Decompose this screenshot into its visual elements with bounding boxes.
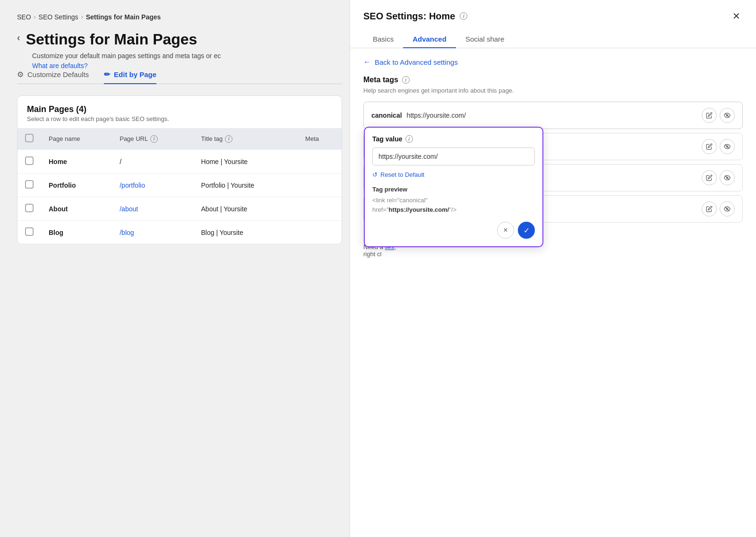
popup-info-icon: i	[405, 135, 413, 143]
og-si-visibility-button[interactable]	[720, 139, 735, 154]
row-checkbox-portfolio[interactable]	[25, 180, 34, 189]
popup-confirm-button[interactable]: ✓	[518, 222, 535, 239]
og-u-visibility-button[interactable]	[720, 201, 735, 217]
panel-title-text: SEO Settings: Home	[363, 11, 455, 22]
back-arrow-icon: ←	[363, 58, 371, 66]
row-checkbox-about[interactable]	[25, 204, 34, 212]
col-page-url: Page URL i	[112, 128, 193, 150]
table-header-section: Main Pages (4) Select a row to edit each…	[17, 96, 342, 128]
table-row[interactable]: Home / Home | Yoursite	[17, 150, 342, 173]
tag-value-popup: Tag value i ↺ Reset to Default Tag previ…	[364, 127, 543, 247]
tag-preview-code: <link rel="canonical" href="https://your…	[372, 196, 535, 214]
table-row[interactable]: Portfolio /portfolio Portfolio | Yoursit…	[17, 173, 342, 197]
popup-title: Tag value i	[372, 135, 535, 143]
og-si-edit-button[interactable]	[702, 139, 717, 154]
tab-basics[interactable]: Basics	[363, 30, 403, 48]
page-name-about: About	[41, 197, 112, 221]
canonical-tag-actions	[702, 108, 735, 123]
og-ty-visibility-button[interactable]	[720, 170, 735, 185]
breadcrumb-sep-2: ›	[81, 14, 83, 20]
select-all-checkbox[interactable]	[25, 134, 34, 142]
title-tag-info-icon: i	[225, 135, 232, 143]
canonical-tag-name: canonical	[371, 112, 402, 119]
page-url-info-icon: i	[150, 135, 158, 143]
table-row[interactable]: Blog /blog Blog | Yoursite	[17, 221, 342, 244]
panel-title-info-icon: i	[460, 12, 467, 20]
back-label: Back to Advanced settings	[375, 58, 458, 66]
tab-customize-defaults[interactable]: ⚙ Customize Defaults	[17, 70, 89, 84]
title-tag-about: About | Yoursite	[194, 197, 298, 221]
breadcrumb-seo-settings[interactable]: SEO Settings	[39, 13, 78, 21]
page-url-portfolio: /portfolio	[112, 173, 193, 197]
og-u-tag-actions	[702, 201, 735, 217]
row-checkbox-blog[interactable]	[25, 227, 34, 236]
popup-cancel-button[interactable]: ×	[497, 222, 514, 239]
tag-preview-title: Tag preview	[372, 186, 535, 193]
back-arrow-button[interactable]: ‹	[17, 32, 20, 43]
title-tag-portfolio: Portfolio | Yoursite	[194, 173, 298, 197]
right-panel-title: SEO Settings: Home i	[363, 11, 467, 22]
og-ty-edit-button[interactable]	[702, 170, 717, 185]
meta-portfolio	[298, 173, 342, 197]
close-button[interactable]: ✕	[730, 9, 743, 23]
page-name-portfolio: Portfolio	[41, 173, 112, 197]
pages-table: Page name Page URL i Title tag i Meta	[17, 128, 342, 244]
pencil-icon: ✏	[104, 70, 110, 79]
what-are-defaults-link[interactable]: What are defaults?	[32, 62, 88, 69]
page-name-home: Home	[41, 150, 112, 173]
tab-customize-label: Customize Defaults	[27, 70, 89, 78]
title-tag-home: Home | Yoursite	[194, 150, 298, 173]
canonical-visibility-button[interactable]	[720, 108, 735, 123]
reset-icon: ↺	[372, 171, 378, 178]
gear-icon: ⚙	[17, 70, 24, 79]
meta-tags-info-icon: i	[402, 76, 410, 84]
right-tabs: Basics Advanced Social share	[350, 30, 756, 48]
page-description: Customize your default main pages settin…	[32, 52, 316, 60]
tab-edit-by-page[interactable]: ✏ Edit by Page	[104, 70, 156, 84]
col-meta: Meta	[298, 128, 342, 150]
row-checkbox-home[interactable]	[25, 156, 34, 165]
og-u-edit-button[interactable]	[702, 201, 717, 217]
breadcrumb-seo[interactable]: SEO	[17, 13, 31, 21]
table-header-row: Page name Page URL i Title tag i Meta	[17, 128, 342, 150]
reset-label: Reset to Default	[380, 171, 424, 178]
canonical-edit-button[interactable]	[702, 108, 717, 123]
right-panel-header: SEO Settings: Home i ✕	[350, 0, 756, 23]
tab-social-share[interactable]: Social share	[456, 30, 514, 48]
col-checkbox	[17, 128, 41, 150]
breadcrumb: SEO › SEO Settings › Settings for Main P…	[17, 13, 342, 21]
pages-table-container: Main Pages (4) Select a row to edit each…	[17, 95, 342, 244]
page-url-about: /about	[112, 197, 193, 221]
meta-tags-description: Help search engines get important info a…	[363, 87, 743, 94]
col-title-tag: Title tag i	[194, 128, 298, 150]
meta-home	[298, 150, 342, 173]
table-title: Main Pages (4)	[27, 104, 332, 114]
preview-line1: <link rel="canonical"	[372, 197, 428, 204]
meta-tags-section-title: Meta tags i	[363, 76, 743, 84]
tab-edit-label: Edit by Page	[114, 70, 156, 78]
title-tag-blog: Blog | Yoursite	[194, 221, 298, 244]
popup-title-text: Tag value	[372, 135, 403, 143]
page-name-blog: Blog	[41, 221, 112, 244]
og-si-tag-actions	[702, 139, 735, 154]
bottom-help-end: right cl	[363, 251, 381, 258]
right-panel: SEO Settings: Home i ✕ Basics Advanced S…	[350, 0, 756, 537]
reset-to-default-button[interactable]: ↺ Reset to Default	[372, 171, 535, 178]
meta-about	[298, 197, 342, 221]
tab-advanced[interactable]: Advanced	[403, 30, 456, 48]
table-subtitle: Select a row to edit each page's basic S…	[27, 115, 332, 122]
left-panel: SEO › SEO Settings › Settings for Main P…	[0, 0, 359, 537]
tag-preview-section: Tag preview <link rel="canonical" href="…	[372, 186, 535, 214]
preview-url: https://yoursite.com/	[389, 206, 449, 213]
og-ty-tag-actions	[702, 170, 735, 185]
tag-value-input[interactable]	[372, 147, 535, 165]
canonical-tag-row: canonical https://yoursite.com/	[363, 102, 743, 129]
page-title: Settings for Main Pages	[26, 30, 198, 48]
col-page-name: Page name	[41, 128, 112, 150]
canonical-tag-value: https://yoursite.com/	[407, 112, 702, 119]
back-to-advanced-button[interactable]: ← Back to Advanced settings	[363, 58, 743, 66]
meta-tags-title-text: Meta tags	[363, 76, 398, 84]
table-row[interactable]: About /about About | Yoursite	[17, 197, 342, 221]
page-url-home: /	[112, 150, 193, 173]
page-header: ‹ Settings for Main Pages	[17, 30, 342, 48]
